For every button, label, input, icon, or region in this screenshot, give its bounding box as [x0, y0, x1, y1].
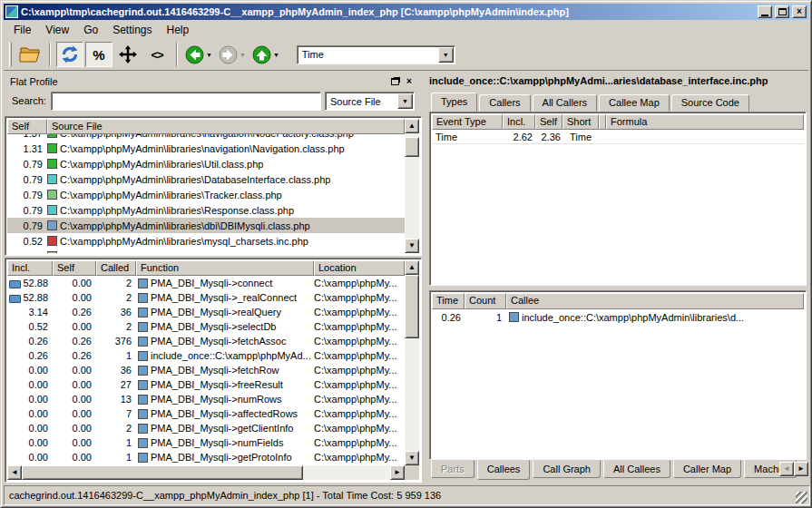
- menu-view[interactable]: View: [38, 22, 76, 38]
- column-header-self[interactable]: Self: [7, 119, 47, 134]
- function-icon: [138, 395, 148, 405]
- table-row[interactable]: 0.00 0.00 7 PMA_DBI_Mysqli->affectedRows…: [7, 406, 405, 421]
- relative-cost-button[interactable]: <>: [143, 42, 171, 67]
- table-row[interactable]: 52.88 0.00 2 PMA_DBI_Mysqli->_realConnec…: [7, 290, 405, 305]
- tab-scroll-right-icon[interactable]: ►: [794, 462, 808, 476]
- up-button[interactable]: ▼: [250, 42, 282, 67]
- status-bar: cachegrind.out.1416463299-C__xampp_phpMy…: [4, 485, 810, 505]
- scroll-down-icon[interactable]: ▼: [405, 239, 419, 253]
- tab-callee-map[interactable]: Callee Map: [599, 94, 670, 112]
- column-header-function[interactable]: Function: [136, 260, 314, 276]
- table-row[interactable]: 0.52 0.00 2 PMA_DBI_Mysqli->selectDb C:\…: [7, 319, 405, 334]
- column-header-location[interactable]: Location: [314, 260, 405, 276]
- search-input[interactable]: [51, 92, 321, 111]
- column-header-self[interactable]: Self: [53, 260, 96, 276]
- horizontal-scrollbar[interactable]: ◄ ►: [7, 465, 405, 480]
- column-header-incl[interactable]: Incl.: [7, 260, 53, 276]
- scroll-left-icon[interactable]: ◄: [7, 465, 22, 480]
- expand-cost-button[interactable]: [114, 42, 142, 67]
- vertical-scrollbar[interactable]: ▲ ▼: [405, 119, 419, 253]
- column-header-formula[interactable]: Formula: [606, 114, 804, 130]
- dock-titlebar[interactable]: Flat Profile ×: [5, 74, 422, 89]
- tab-callers[interactable]: Callers: [479, 94, 530, 112]
- scroll-up-icon[interactable]: ▲: [405, 119, 419, 133]
- list-item[interactable]: 0.79 C:\xampp\phpMyAdmin\libraries\Track…: [7, 187, 405, 202]
- cost-bar-icon: [9, 280, 21, 288]
- table-row[interactable]: 0.26 0.26 376 PMA_DBI_Mysqli->fetchAssoc…: [7, 334, 405, 348]
- maximize-button[interactable]: [775, 5, 789, 18]
- vertical-scrollbar[interactable]: ▲ ▼: [405, 260, 419, 465]
- file-list-header: Self Source File: [7, 119, 405, 134]
- list-item[interactable]: 0.52 C:\xampp\phpMyAdmin\libraries\user_…: [7, 249, 405, 253]
- column-header-callee[interactable]: Callee: [506, 293, 804, 309]
- tab-all-callers[interactable]: All Callers: [533, 94, 598, 112]
- list-item[interactable]: 0.52 C:\xampp\phpMyAdmin\libraries\mysql…: [7, 233, 405, 249]
- table-row[interactable]: 0.00 0.00 36 PMA_DBI_Mysqli->fetchRow C:…: [7, 363, 405, 377]
- table-row[interactable]: Time 2.62 2.36 Time: [432, 130, 804, 144]
- titlebar[interactable]: C:\xampp\tmp\cachegrind.out.1416463299-C…: [4, 4, 808, 20]
- table-row[interactable]: 0.00 0.00 1 PMA_DBI_Mysqli->getProtoInfo…: [7, 450, 405, 464]
- dock-float-button[interactable]: [387, 75, 402, 88]
- percent-toggle-button[interactable]: %: [85, 42, 113, 67]
- list-item-selected[interactable]: 0.79 C:\xampp\phpMyAdmin\libraries\dbi\D…: [7, 218, 405, 233]
- back-button[interactable]: ▼: [183, 42, 215, 67]
- column-header-incl[interactable]: Incl.: [503, 114, 535, 130]
- tab-all-callees[interactable]: All Callees: [603, 460, 670, 478]
- table-row[interactable]: 0.00 0.00 2 PMA_DBI_Mysqli->getClientInf…: [7, 421, 405, 435]
- forward-button[interactable]: ▼: [217, 42, 249, 67]
- close-button[interactable]: ×: [792, 5, 807, 18]
- scroll-right-icon[interactable]: ►: [390, 465, 405, 480]
- dock-close-button[interactable]: ×: [402, 75, 416, 88]
- menu-go[interactable]: Go: [76, 22, 105, 38]
- table-row[interactable]: 0.00 0.00 13 PMA_DBI_Mysqli->numRows C:\…: [7, 392, 405, 406]
- open-file-button[interactable]: [16, 42, 44, 67]
- cost-bar-icon: [9, 295, 21, 303]
- column-header-called[interactable]: Called: [96, 260, 136, 276]
- toolbar-handle[interactable]: [9, 43, 12, 66]
- resize-grip[interactable]: [796, 492, 807, 503]
- reload-button[interactable]: [56, 42, 83, 67]
- file-color-icon: [47, 159, 57, 169]
- column-header-event-type[interactable]: Event Type: [432, 114, 503, 130]
- table-row[interactable]: 52.88 0.00 2 PMA_DBI_Mysqli->connect C:\…: [7, 276, 405, 290]
- column-header-short[interactable]: Short: [563, 114, 599, 130]
- file-color-icon: [47, 134, 57, 138]
- menu-file[interactable]: File: [6, 22, 38, 38]
- tab-types[interactable]: Types: [431, 93, 477, 112]
- menu-settings[interactable]: Settings: [105, 22, 159, 38]
- column-header-count[interactable]: Count: [465, 293, 506, 309]
- scrollbar-thumb[interactable]: [405, 137, 419, 157]
- combo-dropdown-button[interactable]: ▼: [397, 93, 413, 109]
- toolbar-separator: [176, 43, 178, 66]
- list-item[interactable]: 0.79 C:\xampp\phpMyAdmin\libraries\Datab…: [7, 171, 405, 187]
- scroll-up-icon[interactable]: ▲: [405, 260, 419, 275]
- back-dropdown-icon[interactable]: ▼: [205, 52, 213, 58]
- column-header-self[interactable]: Self: [535, 114, 563, 130]
- scroll-down-icon[interactable]: ▼: [405, 451, 419, 465]
- table-row[interactable]: 0.00 0.00 27 PMA_DBI_Mysqli->freeResult …: [7, 377, 405, 392]
- table-row[interactable]: 0.26 0.26 1 include_once::C:\xampp\phpMy…: [7, 348, 405, 363]
- table-row[interactable]: 3.14 0.26 36 PMA_DBI_Mysqli->realQuery C…: [7, 305, 405, 319]
- column-header-source-file[interactable]: Source File: [47, 119, 405, 134]
- up-dropdown-icon[interactable]: ▼: [272, 52, 280, 58]
- menu-help[interactable]: Help: [160, 22, 197, 38]
- list-item[interactable]: 0.79 C:\xampp\phpMyAdmin\libraries\Util.…: [7, 156, 405, 171]
- table-row[interactable]: 0.26 1 include_once::C:\xampp\phpMyAdmin…: [432, 309, 804, 325]
- list-item[interactable]: 1.37 C:\xampp\phpMyAdmin\libraries\navig…: [7, 134, 405, 141]
- tab-caller-map[interactable]: Caller Map: [673, 460, 741, 478]
- file-color-icon: [47, 236, 57, 246]
- function-icon: [138, 322, 148, 332]
- list-item[interactable]: 0.79 C:\xampp\phpMyAdmin\libraries\Respo…: [7, 202, 405, 218]
- group-by-combo[interactable]: Source File ▼: [325, 92, 415, 111]
- tab-source-code[interactable]: Source Code: [671, 94, 749, 112]
- tab-callees[interactable]: Callees: [477, 460, 531, 480]
- tab-call-graph[interactable]: Call Graph: [533, 460, 601, 478]
- scrollbar-thumb[interactable]: [405, 275, 419, 338]
- scrollbar-thumb[interactable]: [22, 465, 303, 480]
- column-header-time[interactable]: Time: [432, 293, 465, 309]
- minimize-button[interactable]: [758, 5, 772, 18]
- combo-dropdown-button[interactable]: ▼: [438, 47, 454, 63]
- list-item[interactable]: 1.31 C:\xampp\phpMyAdmin\libraries\navig…: [7, 141, 405, 156]
- table-row[interactable]: 0.00 0.00 1 PMA_DBI_Mysqli->numFields C:…: [7, 435, 405, 450]
- event-type-combo[interactable]: Time ▼: [297, 45, 455, 64]
